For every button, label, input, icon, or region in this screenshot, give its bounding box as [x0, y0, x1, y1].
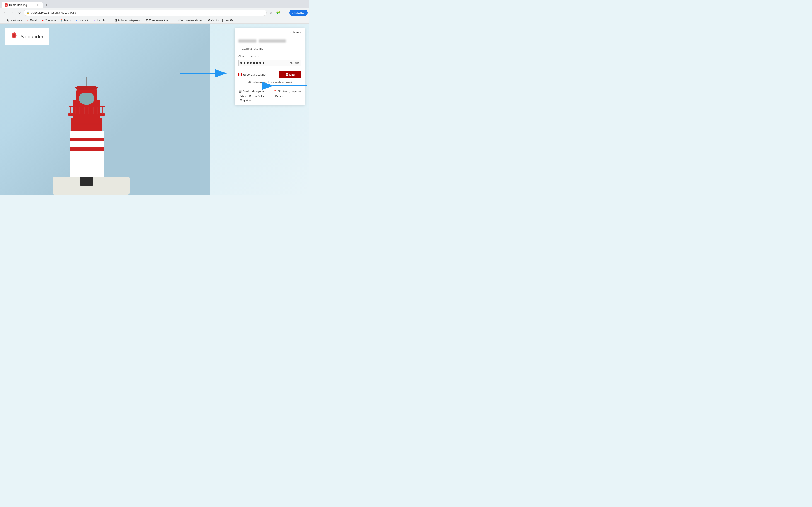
- nav-right-buttons: ☆ 🧩 ⋮: [267, 9, 289, 16]
- help-item-seguridad[interactable]: Seguridad: [238, 98, 266, 102]
- bookmark-label: Twitch: [97, 19, 105, 22]
- bookmark-proctoru[interactable]: P ProctorU | Real Pe...: [206, 18, 238, 22]
- svg-point-23: [86, 78, 88, 80]
- back-link[interactable]: ← Volver: [289, 31, 301, 34]
- aplicaciones-icon: ⠿: [4, 19, 6, 22]
- svg-point-24: [75, 86, 98, 90]
- santander-logo: Santander: [5, 28, 49, 45]
- bookmark-twitch[interactable]: T Twitch: [91, 18, 106, 22]
- youtube-icon: ▶: [41, 19, 44, 22]
- change-user-label: Cambiar usuario: [242, 47, 263, 50]
- login-panel: ← Volver ← Cambiar usuario Clave de acce…: [235, 28, 305, 105]
- bookmark-label: Aplicaciones: [7, 19, 22, 22]
- bookmark-label: ProctorU | Real Pe...: [211, 19, 236, 22]
- bookmark-n[interactable]: n: [107, 18, 112, 22]
- bookmark-label: Maps: [64, 19, 71, 22]
- svg-point-19: [79, 92, 95, 105]
- help-title: 🎧 Centro de ayuda: [238, 90, 266, 93]
- maps-icon: 📍: [60, 19, 63, 22]
- bookmark-youtube[interactable]: ▶ YouTube: [39, 18, 58, 22]
- achicar-icon: 🖼: [114, 19, 117, 22]
- password-section: Clave de acceso 👁 ⌨: [235, 52, 305, 69]
- bookmarks-bar: ⠿ Aplicaciones M Gmail ▶ YouTube 📍 Maps …: [0, 17, 309, 23]
- password-dots: [240, 62, 289, 64]
- bookmark-maps[interactable]: 📍 Maps: [58, 18, 72, 22]
- lighthouse-illustration: [35, 54, 152, 194]
- virtual-keyboard-icon[interactable]: ⌨: [295, 61, 299, 65]
- password-dot-5: [253, 62, 255, 64]
- remember-label-text: Recordar usuario: [243, 73, 265, 76]
- bookmark-compressor[interactable]: C Compressor.io - o...: [144, 18, 174, 22]
- bulk-icon: B: [177, 19, 179, 22]
- forward-button[interactable]: →: [9, 9, 15, 16]
- santander-text: Santander: [20, 34, 44, 40]
- browser-chrome: S Home Banking ✕ + ← → ↻ 🔒 particulares.…: [0, 0, 309, 23]
- offices-item-demo[interactable]: Demo: [273, 94, 301, 98]
- password-dot-3: [247, 62, 249, 64]
- more-options-button[interactable]: ⋮: [282, 9, 289, 16]
- tab-favicon: S: [5, 3, 8, 7]
- password-dot-7: [259, 62, 261, 64]
- login-panel-header: ← Volver: [235, 28, 305, 37]
- password-dot-4: [250, 62, 252, 64]
- password-dot-8: [263, 62, 264, 64]
- santander-flame-icon: [10, 32, 18, 42]
- bookmark-label: Achicar Imágenes...: [118, 19, 142, 22]
- bookmark-achicar[interactable]: 🖼 Achicar Imágenes...: [113, 18, 144, 22]
- tab-close-button[interactable]: ✕: [36, 3, 40, 7]
- svg-rect-6: [69, 138, 104, 142]
- traducir-icon: T: [75, 19, 78, 22]
- bookmark-label: Compressor.io - o...: [149, 19, 173, 22]
- bookmark-star-button[interactable]: ☆: [267, 9, 274, 16]
- user-info-row: [235, 37, 305, 45]
- bookmark-aplicaciones[interactable]: ⠿ Aplicaciones: [2, 18, 23, 22]
- update-browser-button[interactable]: Actualizar: [289, 9, 308, 16]
- reload-button[interactable]: ↻: [16, 9, 23, 16]
- n-icon: n: [109, 19, 110, 22]
- password-label: Clave de acceso: [238, 55, 301, 58]
- show-password-icon[interactable]: 👁: [290, 61, 293, 65]
- password-arrow: [180, 69, 230, 78]
- help-icon: 🎧: [238, 90, 242, 93]
- bookmark-bulk[interactable]: B Bulk Resize Photo...: [175, 18, 206, 22]
- password-field[interactable]: 👁 ⌨: [238, 60, 301, 66]
- svg-rect-7: [69, 147, 104, 151]
- remember-user-checkbox-label[interactable]: ✓ Recordar usuario: [238, 73, 265, 76]
- help-column: 🎧 Centro de ayuda Alta en Banca Online S…: [235, 87, 270, 105]
- bookmark-label: Bulk Resize Photo...: [180, 19, 204, 22]
- svg-rect-25: [72, 123, 101, 125]
- active-tab[interactable]: S Home Banking ✕: [2, 2, 43, 8]
- help-item-alta[interactable]: Alta en Banca Online: [238, 94, 266, 98]
- remember-enter-row: ✓ Recordar usuario Entrar: [235, 69, 305, 81]
- proctoru-icon: P: [208, 19, 210, 22]
- user-name-blur: [259, 39, 286, 43]
- enter-button[interactable]: Entrar: [280, 71, 301, 78]
- enter-arrow: [271, 81, 308, 90]
- tab-title: Home Banking: [9, 3, 35, 7]
- password-dot-1: [240, 62, 242, 64]
- lighthouse-background: Santander: [0, 23, 210, 194]
- flame-svg: [10, 32, 18, 40]
- bookmark-traducir[interactable]: T Traducir: [73, 18, 91, 22]
- address-bar[interactable]: 🔒 particulares.bancosantander.es/login/: [23, 9, 267, 16]
- remember-checkbox[interactable]: ✓: [238, 73, 242, 76]
- password-field-icons: 👁 ⌨: [290, 61, 299, 65]
- password-dot-2: [244, 62, 245, 64]
- bookmark-label: Traducir: [79, 19, 89, 22]
- nav-bar: ← → ↻ 🔒 particulares.bancosantander.es/l…: [0, 8, 309, 17]
- url-text: particulares.bancosantander.es/login/: [31, 11, 264, 14]
- compressor-icon: C: [146, 19, 148, 22]
- extensions-button[interactable]: 🧩: [275, 9, 281, 16]
- new-tab-button[interactable]: +: [44, 2, 50, 8]
- change-user-link[interactable]: ← Cambiar usuario: [235, 45, 305, 52]
- password-dot-6: [256, 62, 258, 64]
- bookmark-label: Gmail: [30, 19, 37, 22]
- bookmark-gmail[interactable]: M Gmail: [24, 18, 39, 22]
- user-avatar-blur: [238, 39, 256, 43]
- back-button[interactable]: ←: [2, 9, 8, 16]
- lock-icon: 🔒: [27, 11, 30, 14]
- svg-rect-8: [68, 113, 105, 116]
- help-title-text: Centro de ayuda: [243, 90, 264, 93]
- checkmark-icon: ✓: [239, 73, 241, 76]
- tab-bar: S Home Banking ✕ +: [0, 0, 309, 8]
